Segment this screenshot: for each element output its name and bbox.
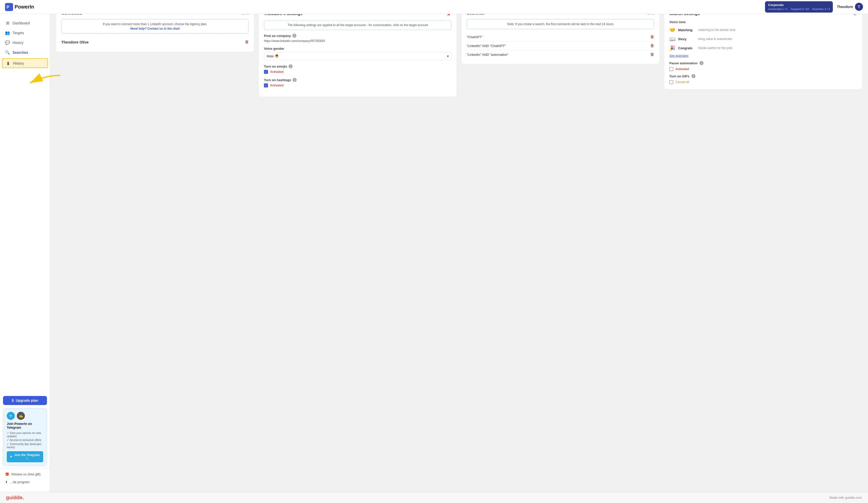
connected-info-link[interactable]: Need help? Contact us in the chat! bbox=[130, 27, 180, 30]
search-item-3: "LinkedIn" AND "automation" 🗑 bbox=[467, 50, 654, 59]
search-item-2: "LinkedIn" AND "ChatGPT" 🗑 bbox=[467, 41, 654, 50]
voice-gender-label: Voice gender bbox=[264, 47, 452, 51]
targets-icon: 👥 bbox=[5, 30, 10, 35]
plan-badge[interactable]: Corporate Connected 1 / 1 Targeted 0 / 5… bbox=[765, 1, 833, 13]
connected-info-box: If you want to connect more than 1 Linke… bbox=[61, 19, 249, 34]
footer: guidde. Made with guidde.com bbox=[0, 492, 868, 503]
plan-stats: Connected 1 / 1 Targeted 0 / 50 Searches… bbox=[768, 7, 830, 11]
logo[interactable]: P PowerIn bbox=[5, 3, 34, 11]
sidebar-label-dashboard: Dashboard bbox=[12, 21, 30, 25]
plan-title: Corporate bbox=[768, 3, 830, 7]
telegram-card: ✈ ✍ Join PowerIn on Telegram Give your o… bbox=[3, 408, 47, 466]
telegram-icon2: ✍ bbox=[17, 412, 25, 420]
congrats-icon: 🎉 bbox=[669, 45, 675, 51]
delete-search-1-icon[interactable]: 🗑 bbox=[650, 35, 654, 39]
tone-item-congrats: 🎉 Congrats thanks author for the post bbox=[669, 45, 857, 51]
targeted-stat: Targeted 0 / 50 bbox=[790, 7, 809, 11]
svg-text:P: P bbox=[7, 5, 9, 9]
hashtags-label: Turn on hashtags i bbox=[264, 78, 452, 82]
tone-name-matching: Matching bbox=[678, 28, 696, 32]
see-examples-link[interactable]: See examples bbox=[669, 54, 857, 58]
tone-item-story: 📖 Story bring value & anecdoctes bbox=[669, 36, 857, 42]
tone-desc-matching: matching to the sender tone bbox=[698, 28, 736, 32]
voice-gender-row: Voice gender Male 👨 ▾ bbox=[264, 47, 452, 60]
emojis-label: Turn on emojis i bbox=[264, 64, 452, 68]
sidebar-item-targets[interactable]: 👥 Targets bbox=[0, 28, 50, 38]
sidebar-item-history[interactable]: 💬 History bbox=[0, 38, 50, 48]
tone-name-congrats: Congrats bbox=[678, 46, 696, 50]
gifs-label: Turn on GIFs bbox=[669, 74, 690, 78]
sidebar-highlighted-container: ▮ History bbox=[0, 58, 50, 68]
hashtags-info-icon[interactable]: i bbox=[292, 78, 297, 82]
searches-icon: 🔍 bbox=[5, 50, 10, 55]
sidebar-label-targets: Targets bbox=[12, 31, 24, 35]
voice-gender-select[interactable]: Male 👨 ▾ bbox=[264, 52, 452, 60]
sidebar-item-dashboard[interactable]: ⊞ Dashboard bbox=[0, 18, 50, 28]
gift-icon: 🎁 bbox=[5, 472, 9, 476]
telegram-join-button[interactable]: ✈ Join the Telegram ! bbox=[7, 451, 43, 462]
sidebar-nav: ⊞ Dashboard 👥 Targets 💬 History 🔍 Search… bbox=[0, 18, 50, 396]
emojis-status: Activated bbox=[270, 70, 283, 74]
telegram-title: Join PowerIn on Telegram bbox=[7, 422, 43, 429]
sidebar-label-history-sub: History bbox=[13, 61, 24, 65]
telegram-icons: ✈ ✍ bbox=[7, 412, 43, 420]
sidebar: ⊞ Dashboard 👥 Targets 💬 History 🔍 Search… bbox=[0, 14, 50, 492]
company-url: https://www.linkedin.com/company/9570830… bbox=[264, 39, 452, 43]
topbar-right: Corporate Connected 1 / 1 Targeted 0 / 5… bbox=[765, 1, 863, 13]
main-content: Connected 1 / 1 If you want to connect m… bbox=[50, 0, 868, 503]
history-sub-icon: ▮ bbox=[6, 61, 11, 65]
review-label: Review us (free gift) bbox=[12, 472, 41, 476]
post-company-info-icon[interactable]: i bbox=[292, 34, 296, 38]
delete-account-icon[interactable]: 🗑 bbox=[245, 40, 249, 44]
telegram-feature-1: Give your opinion on new updates bbox=[7, 431, 43, 438]
user-name: Theodore bbox=[837, 5, 853, 9]
sidebar-item-history-sub[interactable]: ▮ History bbox=[2, 58, 48, 68]
gifs-checkbox[interactable] bbox=[669, 80, 673, 84]
delete-search-2-icon[interactable]: 🗑 bbox=[650, 43, 654, 48]
affiliate-label: ...ite program bbox=[10, 480, 30, 484]
searches-stat: Searches 3 / 3 bbox=[812, 7, 830, 11]
pause-automation-info-icon[interactable]: i bbox=[700, 61, 703, 65]
telegram-feature-2: Access to exclusive offers bbox=[7, 439, 43, 442]
sidebar-upgrade: $ Upgrade plan ✈ ✍ Join PowerIn on Teleg… bbox=[0, 396, 50, 466]
chevron-down-icon: ▾ bbox=[447, 54, 449, 58]
search-term-1: "ChatGPT" bbox=[467, 35, 483, 39]
sidebar-item-searches[interactable]: 🔍 Searches bbox=[0, 48, 50, 57]
settings-panel: Theodore's Settings 📌 The following sett… bbox=[259, 6, 457, 96]
post-as-company-label: Post as company i bbox=[264, 34, 452, 38]
app-name: PowerIn bbox=[14, 4, 34, 10]
user-badge: Theodore T bbox=[837, 3, 863, 11]
pause-automation-status: Activated bbox=[675, 67, 689, 71]
footer-logo: guidde. bbox=[6, 495, 24, 501]
search-settings-panel: Search Settings ⚙ Voice tone 🤝 Matching … bbox=[664, 6, 862, 89]
search-item-1: "ChatGPT" 🗑 bbox=[467, 33, 654, 41]
gifs-checkbox-row: Turned off bbox=[669, 80, 857, 84]
gifs-status: Turned off bbox=[675, 80, 689, 84]
gifs-row: Turn on GIFs i bbox=[669, 74, 857, 78]
telegram-btn-label: Join the Telegram ! bbox=[14, 453, 40, 460]
account-name: Theodore Olive bbox=[61, 40, 89, 44]
telegram-feature-3: Community tips (lead gen, hacks) bbox=[7, 442, 43, 449]
emojis-checkbox[interactable]: ✓ bbox=[264, 70, 268, 74]
gifs-info-icon[interactable]: i bbox=[691, 74, 695, 78]
delete-search-3-icon[interactable]: 🗑 bbox=[650, 52, 654, 57]
hashtags-checkbox[interactable]: ✓ bbox=[264, 83, 268, 88]
emojis-info-icon[interactable]: i bbox=[289, 64, 292, 68]
pause-automation-checkbox[interactable] bbox=[669, 67, 673, 71]
hashtags-status: Activated bbox=[270, 84, 283, 87]
searches-info-text: Note: if you create a search, the first … bbox=[507, 22, 613, 26]
dashboard-icon: ⊞ bbox=[5, 21, 10, 25]
footer-text: Made with guidde.com bbox=[829, 496, 862, 500]
voice-tone-title: Voice tone bbox=[669, 20, 857, 24]
sidebar-label-searches: Searches bbox=[12, 51, 28, 54]
connected-info-text: If you want to connect more than 1 Linke… bbox=[103, 22, 207, 26]
matching-icon: 🤝 bbox=[669, 27, 675, 33]
tone-item-matching: 🤝 Matching matching to the sender tone bbox=[669, 27, 857, 33]
telegram-icon: ✈ bbox=[7, 412, 15, 420]
upgrade-button[interactable]: $ Upgrade plan bbox=[3, 396, 47, 405]
dollar-icon: $ bbox=[12, 399, 14, 402]
post-as-company-row: Post as company i https://www.linkedin.c… bbox=[264, 34, 452, 43]
pause-automation-row: Pause automation i bbox=[669, 61, 857, 65]
sidebar-link-review[interactable]: 🎁 Review us (free gift) bbox=[0, 470, 50, 478]
sidebar-link-affiliate[interactable]: ⬆ ...ite program bbox=[0, 478, 50, 486]
